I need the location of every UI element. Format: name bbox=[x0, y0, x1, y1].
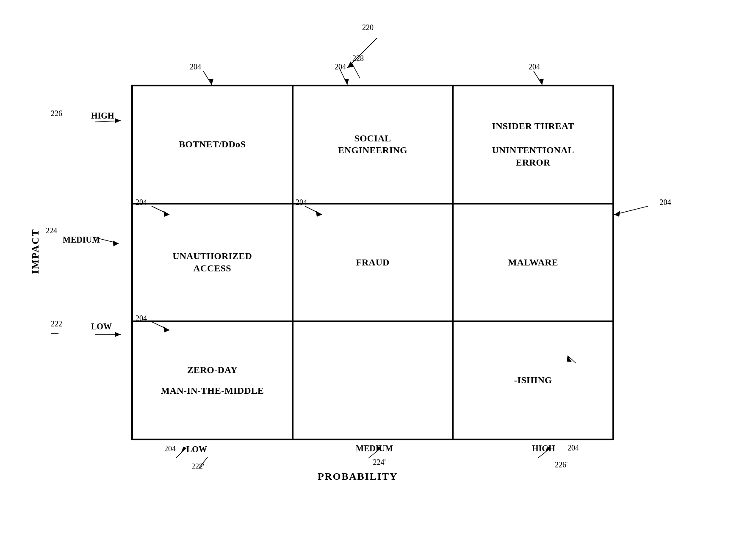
cell-zero-day: ZERO-DAY MAN-IN-THE-MIDDLE bbox=[132, 321, 293, 439]
svg-marker-29 bbox=[115, 332, 121, 337]
ref-204-top-left: 204 bbox=[190, 63, 201, 72]
cell-fraud: FRAUD bbox=[293, 204, 453, 322]
svg-line-17 bbox=[176, 448, 186, 458]
high-prob-label: HIGH bbox=[532, 444, 555, 453]
ref-228: 228 bbox=[352, 54, 364, 63]
ref-226: 226 — bbox=[51, 109, 62, 127]
ref-224-prime: — 224' bbox=[363, 458, 386, 467]
svg-marker-8 bbox=[539, 79, 544, 85]
diagram: 220 BOTNET/DDoS SOCIALENGINEERING INSIDE… bbox=[0, 0, 756, 547]
ref-204-top-mid: 204 bbox=[335, 63, 346, 72]
svg-marker-18 bbox=[181, 447, 186, 452]
svg-marker-10 bbox=[614, 211, 620, 217]
ref-222-prime: 222' bbox=[191, 462, 204, 471]
cell-social-engineering: SOCIALENGINEERING bbox=[293, 86, 453, 204]
ref-226-prime: 226' bbox=[555, 461, 568, 470]
cell-empty bbox=[293, 321, 453, 439]
svg-line-2 bbox=[203, 71, 212, 85]
ref-204-low-left: 204 — bbox=[136, 314, 157, 323]
probability-axis-label: PROBABILITY bbox=[318, 471, 398, 482]
zero-day-label: ZERO-DAY bbox=[187, 364, 238, 376]
medium-label: MEDIUM bbox=[63, 235, 100, 245]
svg-line-0 bbox=[347, 38, 377, 68]
svg-line-24 bbox=[95, 121, 121, 122]
grid-wrapper: BOTNET/DDoS SOCIALENGINEERING INSIDER TH… bbox=[131, 85, 614, 440]
ref-204-mid-mid: 204 — bbox=[296, 198, 317, 207]
cell-insider-threat: INSIDER THREATUNINTENTIONALERROR bbox=[453, 86, 613, 204]
svg-line-6 bbox=[352, 63, 360, 78]
threat-grid: BOTNET/DDoS SOCIALENGINEERING INSIDER TH… bbox=[131, 85, 614, 440]
man-in-middle-label: MAN-IN-THE-MIDDLE bbox=[161, 385, 264, 397]
svg-marker-3 bbox=[209, 79, 213, 85]
ref-204-bot-left: 204 bbox=[164, 445, 176, 453]
svg-marker-5 bbox=[344, 79, 349, 85]
cell-unauthorized-access: UNAUTHORIZEDACCESS bbox=[132, 204, 293, 322]
ref-204-mid-left: 204 — bbox=[136, 198, 157, 207]
medium-prob-label: MEDIUM bbox=[356, 444, 393, 453]
ref-204-mid-right: — 204 bbox=[650, 198, 671, 207]
svg-marker-25 bbox=[115, 118, 121, 123]
low-label: LOW bbox=[91, 322, 112, 332]
cell-botnet-ddos: BOTNET/DDoS bbox=[132, 86, 293, 204]
low-prob-label: LOW bbox=[186, 445, 207, 454]
svg-line-7 bbox=[534, 71, 542, 85]
ref-224: 224 bbox=[46, 227, 57, 235]
high-label: HIGH bbox=[91, 111, 114, 121]
cell-malware: MALWARE bbox=[453, 204, 613, 322]
ref-204-bot-right: 204 bbox=[568, 444, 579, 453]
svg-line-9 bbox=[614, 206, 648, 215]
cell-ishing: -ISHING bbox=[453, 321, 613, 439]
svg-marker-27 bbox=[113, 240, 119, 246]
impact-axis-label: IMPACT bbox=[30, 229, 41, 274]
ref-220: 220 bbox=[362, 23, 374, 32]
ref-204-top-right: 204 bbox=[529, 63, 540, 72]
ref-222: 222 — bbox=[51, 320, 62, 337]
